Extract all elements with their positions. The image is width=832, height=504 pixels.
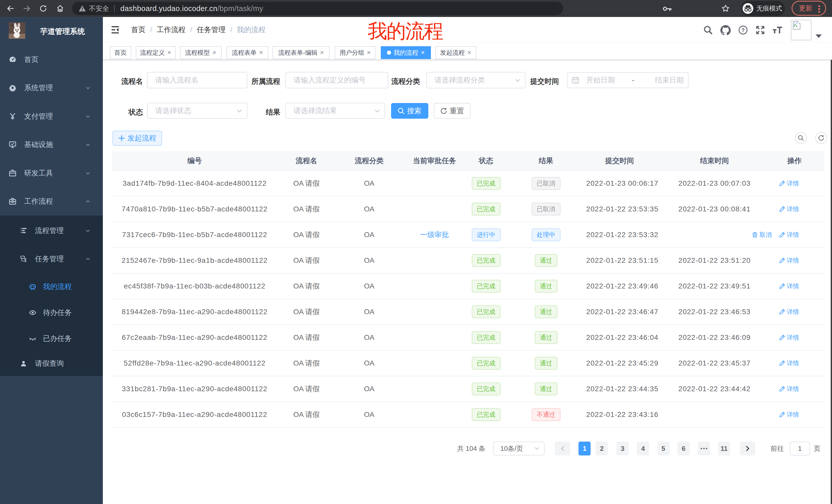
svg-text:?: ? [741, 27, 745, 33]
